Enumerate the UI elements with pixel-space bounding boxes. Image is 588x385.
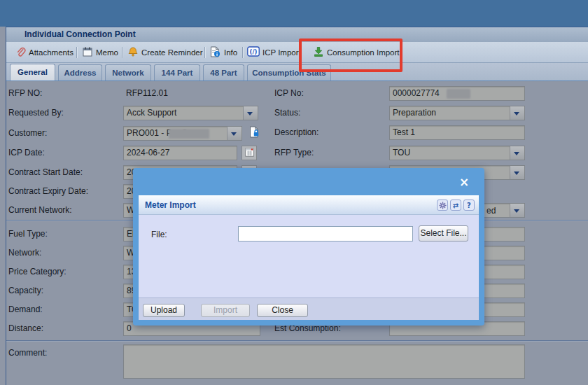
app-screen: Individual Connection Point Attachments … [0, 0, 588, 385]
field-label: Contract Start Date: [8, 167, 122, 177]
field-label: Requested By: [8, 108, 122, 118]
file-label: File: [151, 230, 167, 239]
modal-header: Meter Import ⇄ ? [139, 195, 479, 215]
field-value: 0 [127, 323, 132, 333]
dropdown-value: ed [486, 204, 496, 218]
document-lock-icon [248, 126, 260, 141]
tab-network[interactable]: Network [105, 64, 151, 80]
toolbar-label: ICP Import [262, 48, 301, 57]
field-label: Customer: [8, 128, 122, 138]
field-label: RFP Type: [274, 148, 386, 158]
info-doc-icon [209, 46, 221, 59]
chevron-down-icon[interactable] [510, 106, 524, 120]
field-label: RFP NO: [8, 88, 122, 98]
requested-by-dropdown[interactable]: Acck Support [123, 106, 258, 120]
gear-icon[interactable] [437, 200, 448, 211]
close-button[interactable]: Close [257, 304, 308, 317]
tab-48-part[interactable]: 48 Part [203, 64, 244, 80]
info-button[interactable]: Info [209, 42, 237, 62]
paperclip-icon [15, 46, 26, 59]
tab-address[interactable]: Address [58, 64, 102, 80]
toolbar-separator [76, 47, 77, 58]
toolbar-label: Create Reminder [141, 48, 203, 57]
customer-info-button[interactable] [246, 126, 262, 141]
field-label: Status: [274, 108, 386, 118]
date-value: 2024-06-27 [127, 148, 169, 158]
create-reminder-button[interactable]: Create Reminder [127, 42, 203, 62]
icp-date-field[interactable]: 2024-06-27 [123, 146, 237, 160]
page-title: Individual Connection Point [24, 29, 136, 39]
dropdown-value: Acck Support [127, 108, 176, 118]
browser-topbar [0, 0, 588, 27]
svg-text:(/): (/) [250, 48, 258, 55]
upload-button[interactable]: Upload [143, 304, 185, 317]
close-icon[interactable]: × [456, 175, 472, 190]
description-field[interactable]: Test 1 [389, 125, 525, 140]
chevron-down-icon[interactable] [510, 166, 524, 179]
toolbar-label: Attachments [29, 48, 74, 57]
toolbar-separator [242, 47, 243, 58]
field-value: Test 1 [393, 127, 415, 137]
field-label: Comment: [8, 348, 122, 358]
chevron-down-icon[interactable] [227, 127, 241, 140]
dropdown-value: Preparation [393, 108, 436, 118]
comment-textarea[interactable] [123, 344, 525, 379]
field-label: Price Category: [8, 267, 122, 276]
bell-icon [127, 46, 139, 59]
toolbar-label: Info [224, 48, 237, 57]
download-icon [313, 46, 324, 59]
panel-header: Individual Connection Point [6, 27, 588, 42]
tab-general[interactable]: General [10, 64, 55, 80]
section-divider [6, 340, 588, 342]
memo-icon [82, 46, 93, 59]
icp-import-button[interactable]: (/) ICP Import [247, 42, 301, 62]
dropdown-value: TOU [393, 148, 410, 158]
chevron-down-icon[interactable] [243, 106, 258, 120]
file-input[interactable] [238, 226, 413, 241]
calendar-trigger-button[interactable] [241, 146, 257, 160]
chevron-down-icon[interactable] [510, 146, 524, 160]
tab-consumption-stats[interactable]: Consumption Stats [247, 64, 331, 80]
toolbar-separator [122, 47, 122, 58]
toolbar-separator [204, 47, 205, 58]
field-label: Distance: [8, 323, 122, 333]
attachments-button[interactable]: Attachments [15, 42, 74, 62]
redaction-blur [169, 129, 209, 139]
toolbar-label: Memo [96, 48, 118, 57]
refresh-icon[interactable]: ⇄ [450, 200, 461, 211]
modal-header-tools: ⇄ ? [437, 200, 475, 211]
field-value: 0000027774 [393, 88, 440, 98]
calendar-icon [245, 147, 254, 160]
toolbar: Attachments Memo Create Reminder Info (/… [6, 42, 588, 63]
field-label: Demand: [8, 304, 122, 314]
help-icon[interactable]: ? [463, 200, 475, 211]
memo-button[interactable]: Memo [82, 42, 118, 62]
field-label: Current Network: [8, 205, 122, 215]
panel-border-left [6, 27, 6, 385]
redaction-blur [447, 89, 470, 99]
field-label: ICP No: [274, 88, 386, 98]
rfp-no-value: RFP112.01 [126, 88, 168, 98]
field-label: Capacity: [8, 286, 122, 295]
modal-title: Meter Import [145, 200, 196, 210]
code-import-icon: (/) [247, 46, 260, 58]
chevron-down-icon[interactable] [510, 204, 524, 217]
field-label: ICP Date: [8, 148, 122, 158]
icp-no-field[interactable]: 0000027774 [389, 86, 525, 101]
rfp-type-dropdown[interactable]: TOU [389, 146, 525, 160]
customer-dropdown[interactable]: PRO001 - Pro S [123, 126, 242, 141]
import-button[interactable]: Import [201, 304, 250, 317]
consumption-import-button[interactable]: Consumption Import [313, 42, 400, 62]
toolbar-label: Consumption Import [327, 48, 400, 57]
meter-import-window: × Meter Import ⇄ ? File: Select File... … [133, 168, 484, 326]
field-label: Contract Expiry Date: [8, 186, 122, 196]
modal-footer: Upload Import Close [139, 298, 479, 320]
select-file-button[interactable]: Select File... [419, 225, 468, 241]
tab-144-part[interactable]: 144 Part [154, 64, 200, 80]
status-dropdown[interactable]: Preparation [389, 106, 525, 120]
tab-strip: General Address Network 144 Part 48 Part… [6, 63, 588, 81]
field-label: Fuel Type: [8, 229, 122, 239]
field-label: Description: [274, 127, 386, 137]
field-label: Network: [8, 248, 122, 258]
meter-import-panel: Meter Import ⇄ ? File: Select File... Up… [139, 195, 479, 320]
